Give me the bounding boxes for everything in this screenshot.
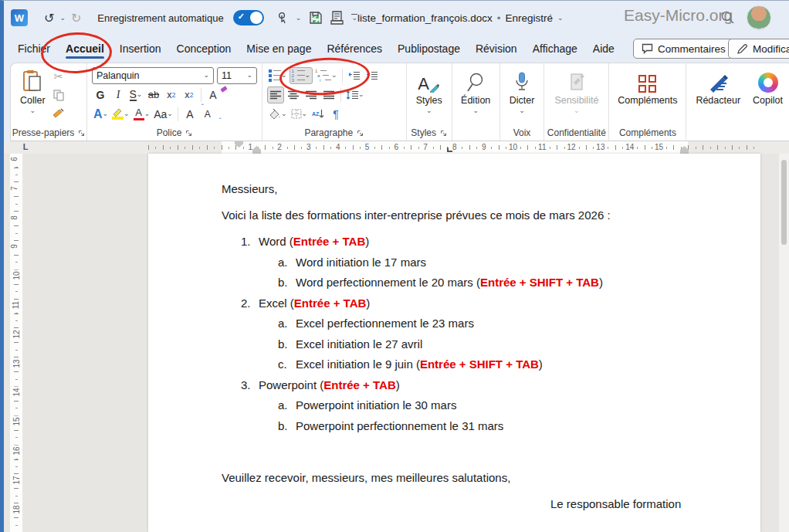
tab-insertion[interactable]: Insertion xyxy=(112,37,169,60)
red-keystroke-text: Entrée + TAB xyxy=(323,375,396,396)
clear-formatting-button[interactable]: A xyxy=(205,86,222,103)
word-app-icon[interactable]: W xyxy=(11,9,28,26)
pilcrow-button[interactable]: ¶ xyxy=(327,106,344,123)
autosave-toggle[interactable]: ✓ xyxy=(233,10,264,25)
list-item[interactable]: a.Powerpoint initiation le 30 mars xyxy=(278,395,688,416)
styles-chevron-icon: ⌄ xyxy=(426,107,432,114)
strikethrough-button[interactable]: ab xyxy=(145,86,162,103)
list-number: b. xyxy=(278,334,296,355)
search-icon[interactable] xyxy=(720,10,735,25)
undo-button[interactable]: ↺ xyxy=(42,10,56,26)
list-number: a. xyxy=(278,252,296,273)
superscript-button[interactable]: x2 xyxy=(181,86,198,103)
editing-mode-button[interactable]: Modification xyxy=(728,39,789,59)
bold-button[interactable]: G xyxy=(92,86,109,103)
vruler-number: 11 xyxy=(12,300,21,310)
redo-button[interactable]: ↻ xyxy=(69,10,83,26)
font-launcher-icon[interactable] xyxy=(185,130,192,137)
sort-button[interactable]: AZ xyxy=(310,106,327,123)
list-item[interactable]: 3.Powerpoint (Entrée + TAB) xyxy=(241,375,688,396)
microphone-icon xyxy=(515,69,529,93)
list-item[interactable]: b.Word perfectionnement le 20 mars (Entr… xyxy=(278,273,688,293)
sensitivity-icon xyxy=(567,69,587,93)
tab-selector[interactable]: L xyxy=(19,142,32,153)
group-editor-copilot: Rédacteur Copilot xyxy=(686,63,789,141)
tab-stop-marker[interactable] xyxy=(447,147,452,152)
list-text: Word initiation le 17 mars xyxy=(296,252,426,273)
paragraph-closing[interactable]: Veuillez recevoir, messieurs, mes meille… xyxy=(222,468,688,488)
title-chevron-icon[interactable]: ⌄ xyxy=(557,15,564,22)
tab-aide[interactable]: Aide xyxy=(585,37,622,60)
list-item[interactable]: b.Powerpoint perfectionnement le 31 mars xyxy=(278,416,688,437)
paste-button[interactable]: Coller ⌄ xyxy=(15,66,50,125)
change-case-chevron-icon: ⌄ xyxy=(167,110,173,117)
list-text: Word ( xyxy=(259,232,293,252)
vertical-ruler[interactable]: 6789101112131415161718 xyxy=(10,154,22,532)
grow-font-button[interactable]: Aˆ xyxy=(181,106,198,123)
vertical-scrollbar[interactable] xyxy=(779,154,789,532)
save-sync-icon[interactable] xyxy=(309,11,323,25)
hruler-number: 15 xyxy=(653,143,665,152)
dictate-button[interactable]: Dicter ⌄ xyxy=(505,66,540,125)
paragraph-launcher-icon[interactable] xyxy=(357,130,364,137)
list-item[interactable]: a.Excel perfectionnement le 23 mars xyxy=(278,313,688,334)
group-voice: Dicter ⌄ Voix xyxy=(500,63,545,141)
shading-button[interactable]: ⌄ xyxy=(267,106,289,123)
font-size-combobox[interactable]: 11 ⌄ xyxy=(217,67,257,84)
tab-publipostage[interactable]: Publipostage xyxy=(390,37,468,60)
tab-conception[interactable]: Conception xyxy=(169,37,239,60)
clipboard-launcher-icon[interactable] xyxy=(78,130,85,137)
touch-mode-chevron-icon[interactable]: ⌄ xyxy=(296,15,302,22)
addins-button[interactable]: Compléments xyxy=(613,66,682,125)
format-painter-button[interactable] xyxy=(50,105,67,122)
list-item[interactable]: a.Word initiation le 17 mars xyxy=(278,252,688,273)
horizontal-ruler[interactable]: 123456789101112131415 xyxy=(148,141,760,154)
document-page[interactable]: Messieurs, Voici la liste des formations… xyxy=(148,154,760,532)
list-number: c. xyxy=(278,354,296,375)
vruler-number: 16 xyxy=(12,445,22,456)
paragraph-intro[interactable]: Voici la liste des formations inter-entr… xyxy=(222,205,688,225)
styles-launcher-icon[interactable] xyxy=(440,130,447,137)
font-color-button[interactable]: A ⌄ xyxy=(132,106,152,123)
underline-button[interactable]: S⌄ xyxy=(127,86,144,103)
comments-button[interactable]: Commentaires xyxy=(633,39,734,59)
list-item[interactable]: b.Excel initiation le 27 avril xyxy=(278,334,688,355)
italic-button[interactable]: I xyxy=(110,86,127,103)
sensitivity-button[interactable]: Sensibilité ⌄ xyxy=(550,66,603,125)
change-case-button[interactable]: Aa⌄ xyxy=(152,106,174,123)
subscript-button[interactable]: x2 xyxy=(163,86,180,103)
shrink-font-button[interactable]: Aˇ xyxy=(199,106,216,123)
styles-button[interactable]: A Styles ⌄ xyxy=(411,66,447,125)
copy-button[interactable] xyxy=(50,86,67,103)
user-avatar[interactable] xyxy=(747,5,771,30)
list-item[interactable]: 1.Word (Entrée + TAB) xyxy=(241,232,688,252)
highlight-button[interactable]: ⌄ xyxy=(110,106,131,123)
borders-button[interactable]: ⌄ xyxy=(290,106,310,123)
align-left-button[interactable] xyxy=(267,86,284,103)
tab-references[interactable]: Références xyxy=(319,37,390,60)
tab-revision[interactable]: Révision xyxy=(468,37,525,60)
hruler-number: 12 xyxy=(566,143,577,152)
paragraph-signature[interactable]: Le responsable formation xyxy=(550,494,688,514)
tab-affichage[interactable]: Affichage xyxy=(525,37,585,60)
tab-mise-en-page[interactable]: Mise en page xyxy=(239,37,319,60)
print-preview-icon[interactable] xyxy=(330,11,344,25)
paragraph-salutation[interactable]: Messieurs, xyxy=(222,179,688,199)
red-keystroke-text: Entrée + SHIFT + TAB xyxy=(480,273,599,293)
document-title[interactable]: liste_formation_françois.docx • Enregist… xyxy=(357,1,564,35)
eraser-icon xyxy=(220,86,227,93)
list-number: 3. xyxy=(241,375,259,396)
scrollbar-thumb[interactable] xyxy=(781,160,787,245)
editor-button[interactable]: Rédacteur xyxy=(691,66,745,125)
toggle-knob xyxy=(250,12,262,24)
touch-mode-icon[interactable] xyxy=(276,12,288,25)
comment-icon xyxy=(642,43,653,54)
copilot-button[interactable]: Copilot xyxy=(748,66,787,125)
list-item[interactable]: c.Excel initiation le 9 juin (Entrée + S… xyxy=(278,354,688,375)
list-item[interactable]: 2.Excel (Entrée + TAB) xyxy=(241,293,688,314)
undo-chevron-icon[interactable]: ⌄ xyxy=(59,15,66,22)
edition-button[interactable]: Édition ⌄ xyxy=(456,66,495,125)
list-text: ) xyxy=(396,375,400,396)
text-effects-button[interactable]: A⌄ xyxy=(92,106,110,123)
font-family-combobox[interactable]: Palanquin ⌄ xyxy=(92,67,214,84)
